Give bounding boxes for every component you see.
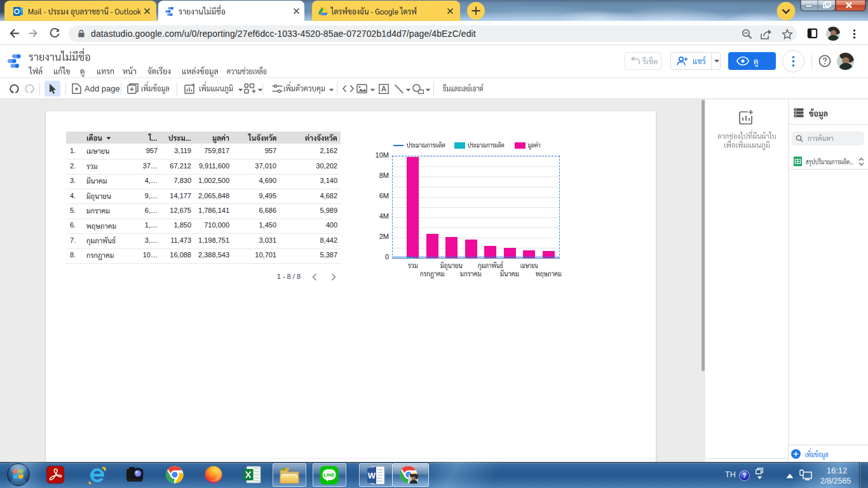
svg-text:W: W — [368, 471, 376, 480]
svg-text:LINE: LINE — [323, 472, 334, 478]
svg-text:?: ? — [742, 472, 746, 479]
